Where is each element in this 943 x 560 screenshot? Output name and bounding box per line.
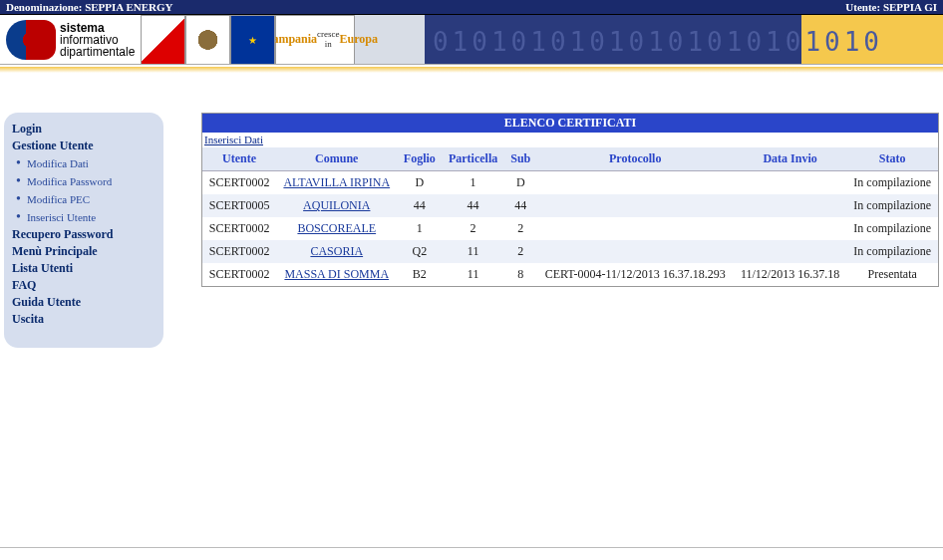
cell-utente: SCERT0002 [202, 240, 276, 263]
table-header-row: Utente Comune Foglio Particella Sub Prot… [202, 147, 938, 171]
th-protocollo: Protocollo [537, 147, 734, 171]
campania-europa-logo: La tua Campania cresce in Europa [275, 15, 355, 65]
table-body: SCERT0002ALTAVILLA IRPINAD1DIn compilazi… [202, 171, 938, 287]
cell-sub: 2 [504, 240, 537, 263]
cell-foglio: B2 [397, 263, 442, 286]
cell-stato: In compilazione [846, 171, 938, 195]
cell-data-invio [734, 217, 847, 240]
cell-comune: ALTAVILLA IRPINA [276, 171, 397, 195]
nav-modifica-password[interactable]: Modifica Password [10, 172, 157, 190]
cell-foglio: 1 [397, 217, 442, 240]
cell-data-invio [734, 171, 847, 195]
cell-data-invio [734, 240, 847, 263]
th-sub: Sub [504, 147, 537, 171]
cell-particella: 11 [442, 263, 504, 286]
cell-stato: In compilazione [846, 194, 938, 217]
cell-comune: BOSCOREALE [276, 217, 397, 240]
nav-gestione-utente[interactable]: Gestione Utente [10, 138, 157, 154]
table-row: SCERT0002MASSA DI SOMMAB2118CERT-0004-11… [202, 263, 938, 286]
cell-sub: D [504, 171, 537, 195]
panel-title: ELENCO CERTIFICATI [201, 113, 939, 133]
cell-utente: SCERT0002 [202, 263, 276, 286]
th-foglio: Foglio [397, 147, 442, 171]
comune-link[interactable]: ALTAVILLA IRPINA [283, 175, 390, 189]
comune-link[interactable]: BOSCOREALE [297, 221, 376, 235]
main-panel: ELENCO CERTIFICATI Inserisci Dati Utente… [201, 113, 939, 348]
cell-particella: 11 [442, 240, 504, 263]
nav-recupero-password[interactable]: Recupero Password [10, 226, 157, 243]
th-utente: Utente [202, 147, 276, 171]
cell-protocollo [537, 240, 734, 263]
sidebar: Login Gestione Utente Modifica Dati Modi… [4, 113, 163, 348]
th-comune: Comune [276, 147, 397, 171]
content: Login Gestione Utente Modifica Dati Modi… [0, 73, 943, 348]
cell-comune: MASSA DI SOMMA [276, 263, 397, 286]
nav-lista-utenti[interactable]: Lista Utenti [10, 260, 157, 277]
binary-pattern: 01010101010101010101010 [433, 27, 883, 57]
cell-utente: SCERT0002 [202, 217, 276, 240]
banner: 01010101010101010101010 sistema informat… [0, 15, 943, 65]
table-row: SCERT0002CASORIAQ2112In compilazione [202, 240, 938, 263]
certificati-table: Utente Comune Foglio Particella Sub Prot… [202, 147, 938, 286]
th-data-invio: Data Invio [734, 147, 847, 171]
cell-comune: AQUILONIA [276, 194, 397, 217]
eu-flag-icon [230, 15, 275, 65]
nav-uscita[interactable]: Uscita [10, 311, 157, 328]
comune-link[interactable]: AQUILONIA [303, 198, 370, 212]
nav-modifica-dati[interactable]: Modifica Dati [10, 154, 157, 172]
cell-data-invio [734, 194, 847, 217]
cell-protocollo [537, 171, 734, 195]
cell-utente: SCERT0005 [202, 194, 276, 217]
cell-stato: In compilazione [846, 217, 938, 240]
table-row: SCERT0002ALTAVILLA IRPINAD1DIn compilazi… [202, 171, 938, 195]
cell-sub: 44 [504, 194, 537, 217]
utente: Utente: SEPPIA GI [845, 1, 937, 13]
cell-data-invio: 11/12/2013 16.37.18 [734, 263, 847, 286]
cell-foglio: 44 [397, 194, 442, 217]
table-row: SCERT0002BOSCOREALE122In compilazione [202, 217, 938, 240]
cell-particella: 44 [442, 194, 504, 217]
nav-menu-principale[interactable]: Menù Principale [10, 243, 157, 260]
topbar: Denominazione: SEPPIA ENERGY Utente: SEP… [0, 0, 943, 15]
repubblica-italiana-logo [185, 15, 230, 65]
cell-utente: SCERT0002 [202, 171, 276, 195]
cell-protocollo [537, 194, 734, 217]
inserisci-dati-link[interactable]: Inserisci Dati [202, 134, 263, 147]
nav-faq[interactable]: FAQ [10, 277, 157, 294]
th-particella: Particella [442, 147, 504, 171]
nav-login[interactable]: Login [10, 121, 157, 138]
nav-inserisci-utente[interactable]: Inserisci Utente [10, 208, 157, 226]
comune-link[interactable]: MASSA DI SOMMA [284, 267, 389, 281]
sid-icon [6, 20, 56, 60]
cell-sub: 8 [504, 263, 537, 286]
cell-protocollo [537, 217, 734, 240]
cell-particella: 2 [442, 217, 504, 240]
panel-body: Inserisci Dati Utente Comune Foglio Part… [201, 133, 939, 287]
cell-stato: Presentata [846, 263, 938, 286]
cell-stato: In compilazione [846, 240, 938, 263]
table-row: SCERT0005AQUILONIA444444In compilazione [202, 194, 938, 217]
th-stato: Stato [846, 147, 938, 171]
comune-link[interactable]: CASORIA [310, 244, 363, 258]
cell-foglio: Q2 [397, 240, 442, 263]
cell-protocollo: CERT-0004-11/12/2013 16.37.18.293 [537, 263, 734, 286]
sid-logo: sistema informativo dipartimentale [0, 15, 141, 65]
cell-comune: CASORIA [276, 240, 397, 263]
cell-foglio: D [397, 171, 442, 195]
nav-guida[interactable]: Guida Utente [10, 294, 157, 311]
cell-sub: 2 [504, 217, 537, 240]
nav-modifica-pec[interactable]: Modifica PEC [10, 190, 157, 208]
cell-particella: 1 [442, 171, 504, 195]
regione-campania-logo [141, 15, 185, 65]
denominazione: Denominazione: SEPPIA ENERGY [6, 1, 172, 13]
